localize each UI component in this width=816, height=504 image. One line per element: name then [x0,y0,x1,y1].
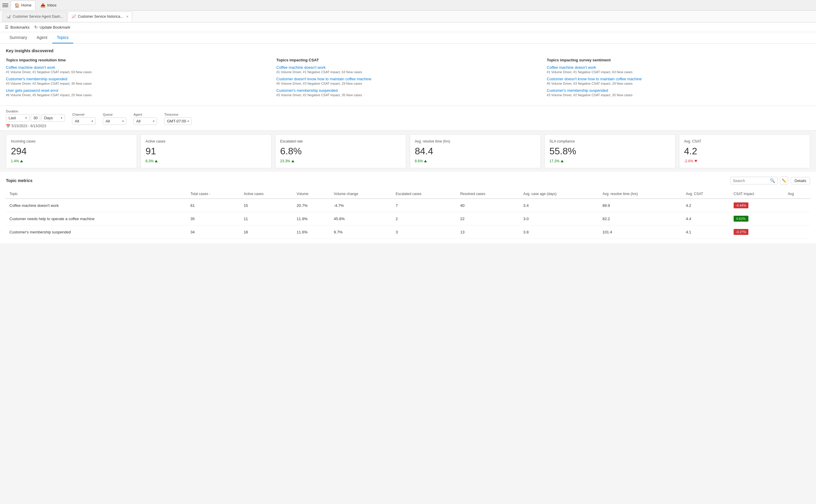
metric-csat-change: -2.6% [684,159,805,163]
duration-unit-select[interactable]: Days ▾ [41,114,65,122]
resolved-cases-1: 22 [457,212,520,225]
nav-tab-home-label: Home [21,3,32,7]
insights-resolution-heading: Topics impacting resolution time [6,58,269,62]
duration-value-input[interactable]: 30 [31,114,40,122]
insight-link-sentiment-1[interactable]: Customer doesn't know how to maintain co… [547,77,810,81]
insight-meta-resolution-0: #1 Volume Driver, #1 Negative CSAT impac… [6,70,269,74]
insight-meta-resolution-1: #3 Volume Driver, #2 Negative CSAT impac… [6,82,269,85]
update-bookmark-button[interactable]: ↻ Update Bookmark [34,25,70,30]
col-avg-case-age[interactable]: Avg. case age (days) [520,189,599,199]
details-button[interactable]: Details [791,177,810,184]
topic-metrics-table-container: Topic Total cases Active cases Volume Vo… [6,189,810,239]
topic-search-input[interactable] [733,179,768,183]
metric-sla-title: SLA compliance [550,139,671,143]
insight-link-sentiment-2[interactable]: Customer's membership suspended [547,88,810,93]
insights-csat: Topics impacting CSAT Coffee machine doe… [276,58,540,100]
topic-cell-1: Customer needs help to operate a coffee … [6,212,187,225]
duration-label: Duration [6,109,65,113]
date-range: 📅 5/15/2023 - 6/13/2023 [6,124,65,128]
volume-2: 11.6% [293,225,330,239]
queue-chevron: ▾ [122,120,124,123]
insights-sentiment-heading: Topics impacting survey sentiment [547,58,810,62]
page-tab-historical-label: Customer Service historica... [78,14,123,19]
col-avg-resolve-time[interactable]: Avg. resolve time (hrs) [599,189,682,199]
duration-prefix-value: Last [9,116,16,120]
csat-impact-cell-1: 0.62% [730,212,784,225]
avg-col-0 [784,199,810,212]
volume-0: 20.7% [293,199,330,212]
filter-queue: Queue All ▾ [103,113,126,125]
metric-incoming-cases: Incoming cases 294 1.4% [6,134,137,168]
bookmarks-button[interactable]: ☰ Bookmarks [5,25,30,30]
insight-link-resolution-1[interactable]: Customer's membership suspended [6,77,269,81]
col-escalated-cases[interactable]: Escalated cases [392,189,457,199]
agent-select[interactable]: All ▾ [133,117,157,125]
insight-link-resolution-2[interactable]: User gets password reset error [6,88,269,93]
volume-change-2: 9.7% [330,225,392,239]
calendar-icon: 📅 [6,124,10,128]
col-avg[interactable]: Avg [784,189,810,199]
topic-cell-0: Coffee machine doesn't work [6,199,187,212]
volume-change-0: -4.7% [330,199,392,212]
metric-escalated-value: 6.8% [280,146,401,157]
timezone-select[interactable]: GMT-07:00 ▾ [164,117,191,125]
metric-incoming-value: 294 [11,146,132,157]
tab-summary[interactable]: Summary [5,32,32,43]
insight-link-csat-0[interactable]: Coffee machine doesn't work [276,65,540,70]
resolved-cases-0: 40 [457,199,520,212]
channel-select[interactable]: All ▾ [72,117,96,125]
hamburger-menu[interactable] [2,2,8,8]
filters-bar: Duration Last ▾ 30 Days ▾ 📅 [0,106,816,131]
col-active-cases[interactable]: Active cases [240,189,293,199]
agent-label: Agent [133,113,157,116]
agent-value: All [136,119,140,123]
close-tab-button[interactable]: × [126,14,128,19]
col-total-cases[interactable]: Total cases [187,189,240,199]
col-resolved-cases[interactable]: Resolved cases [457,189,520,199]
csat-impact-bar-2: -0.27% [734,229,748,235]
insight-link-resolution-0[interactable]: Coffee machine doesn't work [6,65,269,70]
filters-row: Duration Last ▾ 30 Days ▾ 📅 [6,109,810,128]
insight-link-sentiment-0[interactable]: Coffee machine doesn't work [547,65,810,70]
filter-timezone: Timezone GMT-07:00 ▾ [164,113,191,125]
col-volume[interactable]: Volume [293,189,330,199]
avg-csat-2: 4.1 [682,225,730,239]
insights-grid: Topics impacting resolution time Coffee … [6,58,810,100]
insight-meta-csat-1: #5 Volume Driver, #3 Negative CSAT impac… [276,82,540,85]
metric-sla-change: 17.2% [550,159,671,163]
page-tab-historical[interactable]: 📈 Customer Service historica... × [68,12,133,22]
agent-chevron: ▾ [153,120,154,123]
inbox-icon: 📥 [40,3,45,8]
nav-tab-home[interactable]: 🏠 Home [11,1,35,10]
col-avg-csat[interactable]: Avg. CSAT [682,189,730,199]
table-header: Topic Total cases Active cases Volume Vo… [6,189,810,199]
tab-agent[interactable]: Agent [32,32,52,43]
col-topic: Topic [6,189,187,199]
page-tab-dashboard[interactable]: 📊 Customer Service Agent Dash... [2,12,67,22]
resolved-cases-2: 13 [457,225,520,239]
insight-link-csat-1[interactable]: Customer doesn't know how to maintain co… [276,77,540,81]
avg-resolve-time-0: 89.9 [599,199,682,212]
duration-prefix-select[interactable]: Last ▾ [6,114,30,122]
col-volume-change[interactable]: Volume change [330,189,392,199]
topic-metrics-table: Topic Total cases Active cases Volume Vo… [6,189,810,239]
avg-csat-0: 4.2 [682,199,730,212]
arrow-up-icon-3 [291,160,294,162]
date-range-text: 5/15/2023 - 6/13/2023 [12,124,46,128]
table-body: Coffee machine doesn't work 61 15 20.7% … [6,199,810,239]
total-cases-0: 61 [187,199,240,212]
col-csat-impact[interactable]: CSAT impact [730,189,784,199]
metric-resolve-time: Avg. resolve time (hrs) 84.4 8.6% [410,134,541,168]
edit-columns-button[interactable]: ✏️ [780,176,788,185]
queue-select[interactable]: All ▾ [103,117,126,125]
bookmarks-bar: ☰ Bookmarks ↻ Update Bookmark [0,22,816,32]
arrow-up-icon-5 [561,160,564,162]
tab-topics[interactable]: Topics [52,32,73,43]
metric-avg-csat: Avg. CSAT 4.2 -2.6% [679,134,810,168]
insight-link-csat-2[interactable]: Customer's membership suspended [276,88,540,93]
metric-active-change: 8.3% [145,159,266,163]
insight-meta-csat-0: #1 Volume Driver, #1 Negative CSAT impac… [276,70,540,74]
nav-tab-inbox[interactable]: 📥 Inbox [37,1,60,10]
topic-metrics-panel: Topic metrics 🔍 ✏️ Details Topic Total c… [0,172,816,243]
nav-tab-inbox-label: Inbox [47,3,57,7]
